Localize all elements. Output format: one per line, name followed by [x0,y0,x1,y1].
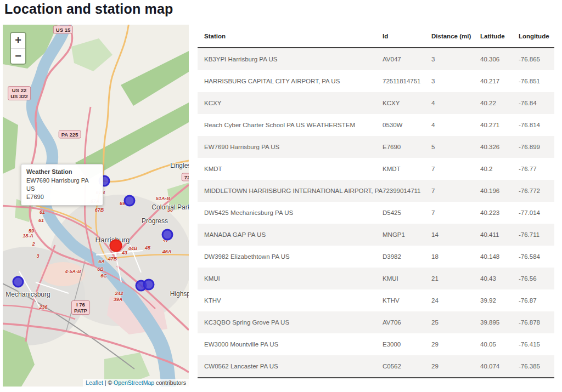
cell-station: KC3QBO Spring Grove PA US [198,319,383,326]
page-title: Location and station map [4,1,173,17]
cell-distance: 7 [431,188,480,194]
cell-longitude: -76.84 [519,100,554,106]
cell-station: Reach Cyber Charter School PA US WEATHER… [198,122,383,128]
cell-latitude: 40.2 [480,166,519,172]
column-header-distance-mi-[interactable]: Distance (mi) [431,33,480,39]
place-label-colonial-park: Colonial Park [151,203,189,211]
road-number-label: 45 [145,245,150,251]
tooltip-station-id: E7690 [26,193,98,201]
cell-distance: 4 [431,122,480,128]
station-marker[interactable] [162,229,173,241]
table-row[interactable]: Reach Cyber Charter School PA US WEATHER… [198,114,554,136]
cell-longitude: -76.772 [519,188,554,194]
table-row[interactable]: EW3000 Mountville PA USE30002940.05-76.4… [198,333,554,355]
cell-longitude: -76.814 [519,122,554,128]
road-number-label: 44B [128,246,138,251]
table-row[interactable]: MIDDLETOWN HARRISBURG INTERNATIONAL AIRP… [198,180,554,202]
column-header-latitude[interactable]: Latitude [480,33,519,39]
column-header-id[interactable]: Id [383,33,431,39]
attribution-suffix: contributors [154,379,186,386]
road-shield: US 15 [53,26,73,34]
cell-station: MIDDLETOWN HARRISBURG INTERNATIONAL AIRP… [198,188,383,194]
cell-id: D3982 [383,253,431,260]
cell-longitude: -76.584 [519,253,554,260]
cell-id: KMDT [383,166,431,172]
tooltip-title: Weather Station [26,168,98,175]
cell-latitude: 39.92 [480,297,519,304]
cell-station: DW5425 Mechanicsburg PA US [198,209,383,216]
cell-id: 72511814751 [383,78,431,84]
cell-latitude: 40.411 [480,231,519,238]
cell-distance: 3 [431,78,480,84]
selected-station-marker[interactable] [110,240,122,252]
cell-station: EW7690 Harrisburg PA US [198,144,383,150]
road-number-label: 18-A [23,233,33,238]
table-row[interactable]: CW0562 Lancaster PA USC05622940.074-76.3… [198,355,554,377]
cell-latitude: 40.223 [480,209,519,216]
cell-distance: 25 [431,319,480,326]
cell-id: AV047 [383,56,431,63]
station-marker[interactable] [124,195,136,207]
road-number-label: 61 [40,209,45,215]
road-number-label: 46A [162,249,172,254]
road-number-label: 61 [38,218,44,223]
cell-id: E3000 [383,341,431,348]
leaflet-link[interactable]: Leaflet [86,379,103,386]
road-number-label: 67B [95,207,104,213]
map-attribution: Leaflet | © OpenStreetMap contributors [83,379,189,387]
cell-distance: 24 [431,297,480,304]
cell-id: 0530W [383,122,431,128]
table-row[interactable]: KCXYKCXY440.22-76.84 [198,92,554,114]
cell-distance: 4 [431,100,480,106]
cell-longitude: -76.865 [519,56,554,63]
road-number-label: 51A-B [156,196,170,201]
cell-longitude: -76.878 [519,319,554,326]
zoom-out-button[interactable]: − [11,48,25,64]
station-marker[interactable] [143,279,155,291]
cell-longitude: -76.899 [519,144,554,150]
leaflet-map[interactable]: + − US 15US 22US 322PA 225I 76PATP7267B6… [3,25,189,387]
cell-latitude: 40.196 [480,188,519,194]
cell-station: EW3000 Mountville PA US [198,341,383,348]
cell-distance: 7 [431,166,480,172]
cell-latitude: 40.05 [480,341,519,348]
station-marker[interactable] [13,276,24,288]
cell-distance: 5 [431,144,480,150]
cell-longitude: -76.56 [519,275,554,282]
table-row[interactable]: DW5425 Mechanicsburg PA USD5425740.223-7… [198,202,554,224]
cell-station: MANADA GAP PA US [198,231,383,238]
cell-longitude: -77.014 [519,209,554,216]
cell-longitude: -76.77 [519,166,554,172]
cell-distance: 14 [431,231,480,238]
road-number-label: 236 [39,304,47,310]
table-row[interactable]: KTHVKTHV2439.92-76.87 [198,289,554,311]
table-row[interactable]: HARRISBURG CAPITAL CITY AIRPORT, PA US72… [198,70,554,92]
column-header-station[interactable]: Station [198,33,383,39]
cell-id: D5425 [383,209,431,216]
osm-link[interactable]: OpenStreetMap [114,379,154,386]
table-row[interactable]: KMDTKMDT740.2-76.77 [198,158,554,180]
table-row[interactable]: EW7690 Harrisburg PA USE7690540.326-76.8… [198,136,554,158]
road-number-label: 3 [36,253,39,259]
tooltip-station-name: EW7690 Harrisburg PA US [26,177,98,193]
cell-station: HARRISBURG CAPITAL CITY AIRPORT, PA US [198,78,383,84]
table-scrollbar[interactable] [198,377,554,378]
cell-id: E7690 [383,144,431,150]
table-row[interactable]: DW3982 Elizabethtown PA USD39821840.148-… [198,246,554,268]
cell-longitude: -76.87 [519,297,554,304]
cell-id: AV706 [383,319,431,326]
table-row[interactable]: KB3YPI Harrisburg PA USAV047340.306-76.8… [198,48,554,70]
table-row[interactable]: MANADA GAP PA USMNGP11440.411-76.711 [198,224,554,246]
cell-latitude: 39.895 [480,319,519,326]
cell-id: KCXY [383,100,431,106]
cell-id: MNGP1 [383,231,431,238]
road-number-label: 6B [97,266,104,272]
table-row[interactable]: KC3QBO Spring Grove PA USAV7062539.895-7… [198,311,554,333]
place-label-linglestown: Linglestown [170,162,189,169]
zoom-in-button[interactable]: + [11,33,25,48]
cell-longitude: -76.385 [519,363,554,370]
column-header-longitude[interactable]: Longitude [519,33,554,39]
table-row[interactable]: KMUIKMUI2140.43-76.56 [198,268,554,289]
cell-latitude: 40.326 [480,144,519,150]
station-table: StationIdDistance (mi)LatitudeLongitude … [198,25,554,378]
